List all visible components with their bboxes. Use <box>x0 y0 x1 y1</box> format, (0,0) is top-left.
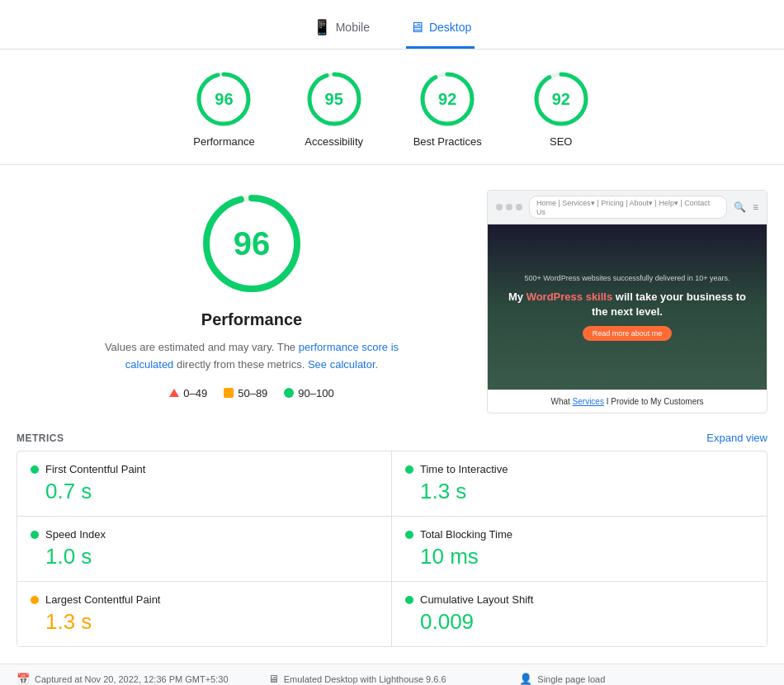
desktop-icon: 🖥 <box>409 19 424 36</box>
metric-header-lcp: Largest Contentful Paint <box>31 593 378 606</box>
metrics-header: METRICS Expand view <box>17 422 767 451</box>
panel-desc: Values are estimated and may vary. The p… <box>87 339 417 374</box>
tab-bar: 📱 Mobile 🖥 Desktop <box>0 0 784 50</box>
screenshot-image: 500+ WordPress websites successfully del… <box>488 224 767 390</box>
score-label-best_practices: Best Practices <box>413 135 482 148</box>
browser-dot-1 <box>496 204 503 210</box>
metric-cell-tti: Time to Interactive 1.3 s <box>392 451 767 517</box>
score-label-accessibility: Accessibility <box>305 135 363 148</box>
footer-text: Emulated Desktop with Lighthouse 9.6.6 <box>284 674 446 684</box>
metric-header-si: Speed Index <box>31 528 378 541</box>
green-dot-icon <box>284 388 294 398</box>
score-circle-performance: 96 <box>194 69 253 129</box>
metric-cell-tbt: Total Blocking Time 10 ms <box>392 517 767 582</box>
screenshot-headline: My WordPress skills will take your busin… <box>488 290 767 319</box>
footer-icon: 📅 <box>17 673 30 685</box>
legend-item-orange: 50–89 <box>224 387 267 399</box>
score-item-accessibility[interactable]: 95 Accessibility <box>305 69 364 148</box>
metric-cell-si: Speed Index 1.0 s <box>17 517 392 582</box>
metric-value-si: 1.0 s <box>31 544 378 569</box>
score-label-seo: SEO <box>550 135 572 148</box>
left-panel: 96 Performance Values are estimated and … <box>17 190 487 413</box>
score-item-performance[interactable]: 96 Performance <box>193 69 254 148</box>
red-triangle-icon <box>169 389 179 397</box>
legend: 0–49 50–89 90–100 <box>169 387 333 399</box>
legend-range-orange: 50–89 <box>238 387 267 399</box>
legend-range-red: 0–49 <box>183 387 207 399</box>
screenshot-cta-button: Read more about me <box>583 326 673 341</box>
menu-icon: ≡ <box>753 201 758 213</box>
metric-name-lcp: Largest Contentful Paint <box>45 593 160 606</box>
metric-dot-si <box>31 531 39 539</box>
metric-dot-fcp <box>31 465 39 474</box>
orange-square-icon <box>224 388 234 398</box>
metric-value-tbt: 10 ms <box>405 544 753 569</box>
footer-text: Single page load <box>537 674 605 684</box>
scores-row: 96 Performance 95 Accessibility 92 Best … <box>0 50 784 165</box>
score-label-performance: Performance <box>193 135 254 148</box>
metric-value-tti: 1.3 s <box>405 479 753 504</box>
score-circle-seo: 92 <box>531 69 591 129</box>
url-text: Home | Services▾ | Pricing | About▾ | He… <box>536 199 710 216</box>
metric-name-si: Speed Index <box>45 528 106 541</box>
metric-name-cls: Cumulative Layout Shift <box>420 593 533 606</box>
score-circle-best_practices: 92 <box>418 69 477 129</box>
tab-desktop[interactable]: 🖥 Desktop <box>406 12 475 49</box>
legend-range-green: 90–100 <box>298 387 333 399</box>
panel-title: Performance <box>201 310 302 329</box>
mobile-icon: 📱 <box>313 18 331 36</box>
services-link[interactable]: Services <box>573 397 604 406</box>
metric-value-lcp: 1.3 s <box>31 609 378 635</box>
footer-icon: 🖥 <box>268 673 279 685</box>
metric-dot-tti <box>405 465 413 474</box>
metrics-grid: First Contentful Paint 0.7 s Time to Int… <box>17 451 767 647</box>
footer: 📅 Captured at Nov 20, 2022, 12:36 PM GMT… <box>0 664 784 685</box>
score-item-best_practices[interactable]: 92 Best Practices <box>413 69 482 148</box>
screenshot-frame: Home | Services▾ | Pricing | About▾ | He… <box>487 190 767 413</box>
footer-item: 🖥 Emulated Desktop with Lighthouse 9.6.6 <box>268 673 517 685</box>
tab-desktop-label: Desktop <box>429 21 471 34</box>
score-number-performance: 96 <box>215 90 233 109</box>
browser-dot-3 <box>516 204 522 210</box>
metric-dot-tbt <box>405 531 413 539</box>
metric-value-fcp: 0.7 s <box>31 479 378 504</box>
score-number-accessibility: 95 <box>325 90 343 109</box>
metric-name-tti: Time to Interactive <box>420 463 508 475</box>
screenshot-caption: What Services I Provide to My Customers <box>488 390 767 413</box>
search-icon: 🔍 <box>734 201 746 213</box>
metric-cell-fcp: First Contentful Paint 0.7 s <box>17 451 392 517</box>
metric-value-cls: 0.009 <box>405 609 753 635</box>
footer-text: Captured at Nov 20, 2022, 12:36 PM GMT+5… <box>35 674 229 684</box>
calculator-link[interactable]: See calculator <box>308 358 375 371</box>
footer-item: 👤 Single page load <box>519 673 767 685</box>
desc-period: . <box>375 358 379 371</box>
metric-dot-cls <box>405 596 413 604</box>
expand-view-button[interactable]: Expand view <box>706 432 767 444</box>
legend-item-green: 90–100 <box>284 387 333 399</box>
metrics-title: METRICS <box>17 432 64 444</box>
big-score-value: 96 <box>234 225 271 262</box>
browser-bar: Home | Services▾ | Pricing | About▾ | He… <box>488 191 767 224</box>
desc-text2: directly from these metrics. <box>177 358 308 371</box>
tab-mobile-label: Mobile <box>336 21 370 34</box>
browser-url-bar: Home | Services▾ | Pricing | About▾ | He… <box>529 196 727 219</box>
metric-header-cls: Cumulative Layout Shift <box>405 593 753 606</box>
screenshot-headline-small: 500+ WordPress websites successfully del… <box>508 273 747 284</box>
metric-cell-cls: Cumulative Layout Shift 0.009 <box>392 582 767 646</box>
metric-header-tti: Time to Interactive <box>405 463 753 475</box>
metric-name-fcp: First Contentful Paint <box>45 463 145 475</box>
metric-name-tbt: Total Blocking Time <box>420 528 512 541</box>
desc-text: Values are estimated and may vary. The <box>105 341 299 353</box>
tab-mobile[interactable]: 📱 Mobile <box>309 12 373 49</box>
score-number-seo: 92 <box>552 90 570 109</box>
metric-header-tbt: Total Blocking Time <box>405 528 753 541</box>
metric-header-fcp: First Contentful Paint <box>31 463 378 475</box>
metric-dot-lcp <box>31 596 39 604</box>
score-item-seo[interactable]: 92 SEO <box>531 69 591 148</box>
score-circle-accessibility: 95 <box>305 69 364 129</box>
big-score-circle: 96 <box>198 190 305 297</box>
right-panel: Home | Services▾ | Pricing | About▾ | He… <box>487 190 767 413</box>
metric-cell-lcp: Largest Contentful Paint 1.3 s <box>17 582 392 646</box>
browser-dot-2 <box>506 204 512 210</box>
metrics-section: METRICS Expand view First Contentful Pai… <box>0 422 784 664</box>
